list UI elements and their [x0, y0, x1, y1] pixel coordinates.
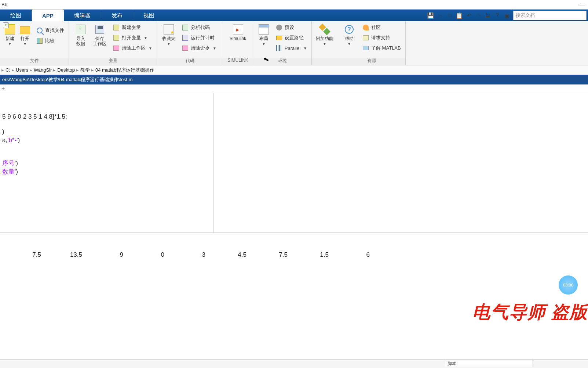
folder-open-icon: [20, 26, 30, 34]
output-cell: 9: [82, 251, 123, 259]
undo-icon[interactable]: ↶: [464, 11, 474, 20]
chevron-right-icon: ▸: [53, 67, 56, 73]
help-icon[interactable]: ?: [493, 11, 502, 20]
save-workspace-icon: [95, 25, 104, 34]
new-button[interactable]: 新建 ▼: [4, 24, 16, 46]
preferences-button[interactable]: 预设: [274, 23, 309, 32]
layout-button[interactable]: 布局 ▼: [257, 24, 271, 46]
gear-icon: [276, 25, 282, 30]
favorites-button[interactable]: 收藏夹 ▼: [161, 24, 177, 46]
chevron-down-icon: ▼: [149, 46, 152, 50]
search-input[interactable]: 搜索文档: [513, 11, 587, 20]
community-button[interactable]: 社区: [360, 23, 403, 32]
add-tab-button[interactable]: +: [1, 86, 5, 92]
compare-button[interactable]: 比较: [34, 36, 66, 46]
chevron-down-icon: ▼: [213, 46, 216, 50]
code-line: 5 9 6 0 2 3 5 1 4 8]*1.5;: [2, 113, 67, 120]
help-button[interactable]: ? 帮助 ▼: [341, 24, 357, 46]
copy-icon[interactable]: ⧉: [445, 11, 454, 20]
breadcrumb-seg[interactable]: C:: [6, 67, 10, 73]
request-support-button[interactable]: 请求支持: [360, 33, 403, 43]
output-cell: 7.5: [0, 251, 41, 259]
open-variable-button[interactable]: 打开变量 ▼: [111, 33, 154, 43]
redo-icon[interactable]: ↷: [474, 11, 483, 20]
chevron-down-icon: ▼: [23, 42, 27, 46]
search-icon: [37, 28, 43, 33]
clear-commands-button[interactable]: 清除命令 ▼: [180, 43, 219, 53]
addon-icon: [320, 25, 329, 34]
open-var-icon: [113, 35, 119, 41]
open-button[interactable]: 打开 ▼: [19, 24, 32, 46]
chevron-right-icon: ▸: [12, 67, 14, 73]
breadcrumb-seg[interactable]: 04 matlab程序运行基础操作: [95, 67, 154, 73]
save-icon[interactable]: 💾: [426, 11, 435, 20]
tab-editor[interactable]: 编辑器: [64, 10, 101, 21]
clear-ws-label: 清除工作区: [122, 45, 146, 51]
video-timestamp: 03:06: [559, 275, 578, 295]
breadcrumb[interactable]: ▸ C: ▸ Users ▸ WangSir ▸ Desktop ▸ 教学 ▸ …: [0, 65, 588, 75]
chevron-right-icon: ▸: [91, 67, 94, 73]
print-icon[interactable]: 🖶: [483, 11, 493, 20]
code-editor[interactable]: 5 9 6 0 2 3 5 1 4 8]*1.5; ) a,'b*-') 序号'…: [0, 93, 213, 232]
output-cell: 6: [329, 251, 370, 259]
quick-access-bar: 💾 ✂ ⧉ 📋 ↶ ↷ 🖶 ? ◉ 搜索文档: [426, 10, 588, 21]
paste-icon[interactable]: 📋: [454, 11, 464, 20]
cut-icon[interactable]: ✂: [435, 11, 445, 20]
run-time-label: 运行并计时: [191, 35, 215, 41]
import-label: 导入 数据: [76, 36, 85, 46]
output-cell: 0: [123, 251, 164, 259]
breadcrumb-seg[interactable]: Users: [16, 67, 28, 73]
chevron-right-icon: ▸: [76, 67, 79, 73]
breadcrumb-seg[interactable]: 教学: [80, 67, 90, 73]
command-output: 7.5 13.5 9 0 3 4.5 7.5 1.5 6: [0, 233, 588, 266]
breadcrumb-seg[interactable]: WangSir: [34, 67, 52, 73]
analyze-label: 分析代码: [191, 24, 210, 31]
set-path-label: 设置路径: [285, 35, 304, 41]
dropdown-icon[interactable]: ◉: [502, 11, 512, 20]
clear-ws-icon: [113, 46, 119, 51]
chevron-down-icon: ▼: [323, 42, 326, 46]
chevron-right-icon: ▸: [1, 67, 4, 73]
compare-icon: [37, 38, 43, 44]
clear-cmd-label: 清除命令: [191, 45, 210, 51]
help-label: 帮助: [345, 36, 354, 41]
group-label-variable: 变量: [69, 58, 157, 65]
learn-matlab-button[interactable]: 了解 MATLAB: [360, 43, 403, 53]
tab-view[interactable]: 视图: [133, 10, 165, 21]
layout-icon: [259, 24, 269, 35]
save-workspace-button[interactable]: 保存 工作区: [92, 24, 108, 46]
breadcrumb-seg[interactable]: Desktop: [57, 67, 75, 73]
help-circle-icon: ?: [345, 25, 354, 34]
status-bar: 脚本: [0, 359, 588, 368]
new-variable-button[interactable]: 新建变量: [111, 23, 154, 32]
chevron-down-icon: ▼: [347, 42, 351, 46]
clear-workspace-button[interactable]: 清除工作区 ▼: [111, 43, 154, 53]
tab-plot[interactable]: 绘图: [0, 10, 32, 21]
new-label: 新建: [6, 36, 14, 41]
simulink-button[interactable]: Simulink: [227, 24, 249, 41]
tab-publish[interactable]: 发布: [101, 10, 133, 21]
output-cell: 13.5: [41, 251, 82, 259]
import-data-button[interactable]: 导入 数据: [73, 24, 89, 46]
addons-button[interactable]: 附加功能 ▼: [315, 24, 334, 46]
import-icon: [76, 25, 85, 34]
support-label: 请求支持: [371, 35, 390, 41]
set-path-button[interactable]: 设置路径: [274, 33, 309, 43]
minimize-button[interactable]: —: [578, 1, 585, 8]
find-files-button[interactable]: 查找文件: [34, 26, 66, 35]
parallel-label: Parallel: [285, 46, 300, 51]
tab-app[interactable]: APP: [32, 10, 64, 21]
new-file-icon: [5, 24, 15, 35]
watermark-text: 电气导师 盗版: [472, 300, 588, 324]
community-icon: [363, 25, 369, 30]
run-and-time-button[interactable]: 运行并计时: [180, 33, 219, 43]
analyze-code-button[interactable]: 分析代码: [180, 23, 219, 32]
compare-label: 比较: [45, 37, 55, 44]
code-string: 序号': [2, 160, 16, 167]
group-label-code: 代码: [157, 58, 223, 65]
output-cell: 7.5: [246, 251, 288, 259]
parallel-button[interactable]: Parallel ▼: [274, 43, 309, 53]
parallel-icon: [276, 45, 282, 51]
output-row: 7.5 13.5 9 0 3 4.5 7.5 1.5 6: [0, 251, 573, 259]
group-label-file: 文件: [0, 58, 69, 65]
